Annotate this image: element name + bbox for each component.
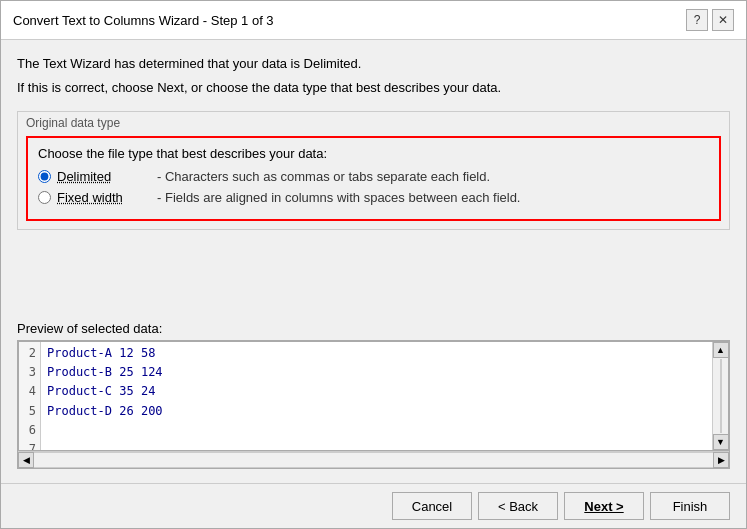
description-line2: If this is correct, choose Next, or choo…	[17, 78, 730, 98]
scroll-right-arrow[interactable]: ▶	[713, 452, 729, 468]
dialog: Convert Text to Columns Wizard - Step 1 …	[0, 0, 747, 529]
main-content: The Text Wizard has determined that your…	[1, 40, 746, 483]
line-num-4: 5	[23, 402, 36, 421]
radio-label-delimited[interactable]: Delimited	[57, 169, 137, 184]
scroll-thumb[interactable]	[720, 359, 722, 433]
vertical-scrollbar[interactable]: ▲ ▼	[712, 342, 728, 450]
preview-box[interactable]: 2 3 4 5 6 7 Product-A 12 58 Product-B 25…	[18, 341, 729, 451]
footer: Cancel < Back Next > Finish	[1, 483, 746, 528]
original-data-type-section: Original data type Choose the file type …	[17, 111, 730, 230]
preview-label: Preview of selected data:	[17, 321, 730, 336]
scroll-h-track[interactable]	[34, 452, 713, 468]
cancel-button[interactable]: Cancel	[392, 492, 472, 520]
section-label: Original data type	[26, 116, 721, 130]
preview-data: Product-A 12 58 Product-B 25 124 Product…	[41, 342, 712, 450]
preview-row-1: Product-A 12 58	[47, 344, 706, 363]
preview-row-5	[47, 421, 706, 440]
scroll-down-arrow[interactable]: ▼	[713, 434, 729, 450]
preview-row-2: Product-B 25 124	[47, 363, 706, 382]
help-button[interactable]: ?	[686, 9, 708, 31]
horizontal-scrollbar[interactable]: ◀ ▶	[18, 451, 729, 468]
close-button[interactable]: ✕	[712, 9, 734, 31]
line-num-1: 2	[23, 344, 36, 363]
line-num-2: 3	[23, 363, 36, 382]
back-button[interactable]: < Back	[478, 492, 558, 520]
preview-row-3: Product-C 35 24	[47, 382, 706, 401]
scroll-left-arrow[interactable]: ◀	[18, 452, 34, 468]
radio-desc-fixed-width: - Fields are aligned in columns with spa…	[157, 190, 520, 205]
radio-delimited[interactable]	[38, 170, 51, 183]
radio-label-fixed-width[interactable]: Fixed width	[57, 190, 137, 205]
highlight-box: Choose the file type that best describes…	[26, 136, 721, 221]
titlebar-buttons: ? ✕	[686, 9, 734, 31]
choose-label: Choose the file type that best describes…	[38, 146, 709, 161]
preview-section: Preview of selected data: 2 3 4 5 6 7 Pr…	[17, 321, 730, 469]
radio-fixed-width[interactable]	[38, 191, 51, 204]
dialog-title: Convert Text to Columns Wizard - Step 1 …	[13, 13, 274, 28]
description-line1: The Text Wizard has determined that your…	[17, 54, 730, 74]
scroll-up-arrow[interactable]: ▲	[713, 342, 729, 358]
titlebar: Convert Text to Columns Wizard - Step 1 …	[1, 1, 746, 40]
preview-line-numbers: 2 3 4 5 6 7	[19, 342, 41, 450]
radio-row-delimited: Delimited - Characters such as commas or…	[38, 169, 709, 184]
preview-container: 2 3 4 5 6 7 Product-A 12 58 Product-B 25…	[17, 340, 730, 469]
line-num-5: 6	[23, 421, 36, 440]
line-num-6: 7	[23, 440, 36, 451]
preview-row-6	[47, 440, 706, 451]
radio-row-fixed-width: Fixed width - Fields are aligned in colu…	[38, 190, 709, 205]
next-button[interactable]: Next >	[564, 492, 644, 520]
radio-desc-delimited: - Characters such as commas or tabs sepa…	[157, 169, 490, 184]
finish-button[interactable]: Finish	[650, 492, 730, 520]
preview-row-4: Product-D 26 200	[47, 402, 706, 421]
line-num-3: 4	[23, 382, 36, 401]
